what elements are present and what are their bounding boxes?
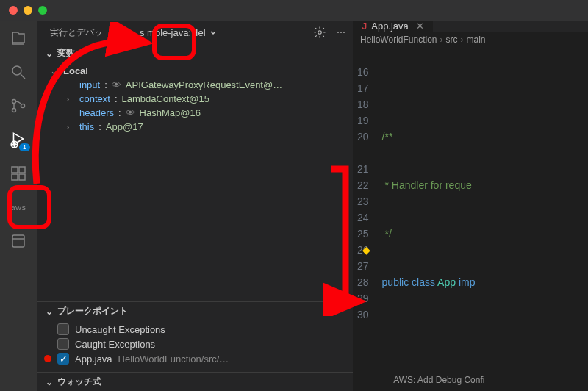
breadcrumb[interactable]: HelloWorldFunction › src › main [353,32,588,48]
svg-rect-11 [19,174,25,180]
svg-rect-12 [12,235,24,247]
variable-row[interactable]: headers: 👁 HashMap@16 [37,106,353,120]
explorer-icon[interactable] [8,28,29,49]
window-minimize-button[interactable] [24,6,32,15]
chevron-down-icon: ⌄ [46,306,54,317]
java-file-icon: J [362,21,367,32]
titlebar [0,0,588,21]
variable-row[interactable]: › context: LambdaContext@15 [37,92,353,106]
debug-settings-gear-icon[interactable] [313,26,326,39]
activity-bar: 1 aws [0,21,37,391]
run-debug-icon[interactable]: 1 [8,129,29,150]
source-control-icon[interactable] [8,96,29,116]
debug-config-selector[interactable]: s mple-java:Hel [135,26,222,40]
aws-toolkit-icon[interactable]: aws [8,197,29,218]
breakpoints-section-header[interactable]: ⌄ ブレークポイント [37,302,353,320]
codelens-aws-debug[interactable]: AWS: Add Debug Confi [393,375,484,385]
breakpoints-list: Uncaught Exceptions Caught Exceptions ✓ … [37,320,353,372]
search-icon[interactable] [8,62,29,82]
svg-line-1 [21,74,25,79]
svg-rect-9 [19,167,25,173]
debug-sidebar: 実行とデバッ s mple-java:Hel ⋯ ⌄ 変数 ⌄ Local [37,21,353,391]
code-editor[interactable]: 16 17 18 19 20 21 22 23 24 25 ◆26 27 28 … [353,48,588,391]
checkbox-unchecked[interactable] [57,338,69,350]
editor-tabs: J App.java ✕ [353,21,588,32]
svg-point-2 [12,100,16,104]
variable-row[interactable]: input: 👁 APIGatewayProxyRequestEvent@… [37,78,353,92]
variable-row[interactable]: › this: App@17 [37,120,353,134]
svg-point-0 [12,66,21,75]
window-maximize-button[interactable] [38,6,47,15]
debug-more-icon[interactable]: ⋯ [337,27,345,37]
variables-section-header[interactable]: ⌄ 変数 [37,44,353,62]
checkbox-unchecked[interactable] [57,323,69,335]
breakpoint-uncaught-exceptions[interactable]: Uncaught Exceptions [37,322,353,337]
editor-area: J App.java ✕ HelloWorldFunction › src › … [353,21,588,391]
breakpoint-dot-icon [44,355,51,362]
variable-scope-local[interactable]: ⌄ Local [37,64,353,78]
breakpoint-caught-exceptions[interactable]: Caught Exceptions [37,337,353,351]
svg-rect-10 [12,174,18,180]
variables-tree: ⌄ Local input: 👁 APIGatewayProxyRequestE… [37,62,353,140]
window-close-button[interactable] [9,6,18,15]
extensions-icon[interactable] [8,163,29,184]
breakpoints-title: ブレークポイント [57,305,128,318]
checkbox-checked[interactable]: ✓ [57,353,69,365]
tab-label: App.java [371,21,409,32]
eye-icon: 👁 [126,107,135,118]
other-extension-icon[interactable] [8,231,29,251]
eye-icon: 👁 [112,79,121,90]
watch-title: ウォッチ式 [57,376,101,388]
debug-config-name: s mple-java:Hel [140,27,206,38]
svg-point-4 [21,104,25,108]
line-number-gutter: 16 17 18 19 20 21 22 23 24 25 ◆26 27 28 … [353,48,379,391]
chevron-right-icon: › [440,35,443,45]
close-tab-icon[interactable]: ✕ [416,21,424,32]
execution-pointer-icon: ◆ [362,242,370,258]
code-content[interactable]: /** * Handler for reque */ public class … [379,48,588,391]
start-debug-button[interactable] [116,25,131,40]
debug-badge: 1 [19,143,30,151]
chevron-right-icon: › [461,35,464,45]
run-and-debug-title: 実行とデバッ [50,26,103,39]
svg-rect-8 [12,167,18,173]
debug-toolbar: 実行とデバッ s mple-java:Hel ⋯ [37,21,353,44]
tab-app-java[interactable]: J App.java ✕ [353,21,434,32]
breakpoint-file-row[interactable]: ✓ App.java HelloWorldFunction/src/… [37,351,353,366]
watch-section-header[interactable]: ⌄ ウォッチ式 [37,373,353,391]
svg-point-3 [12,109,16,112]
chevron-down-icon: ⌄ [46,49,54,59]
chevron-down-icon: ⌄ [46,377,54,387]
svg-point-14 [318,31,322,35]
variables-title: 変数 [57,47,75,60]
